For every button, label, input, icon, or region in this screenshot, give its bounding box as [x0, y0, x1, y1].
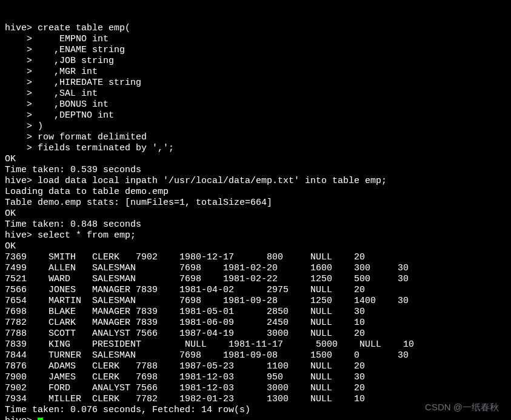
terminal-output[interactable]: hive> create table emp( > EMPNO int > ,E… [5, 23, 506, 420]
cursor [38, 418, 43, 420]
watermark: CSDN @一纸春秋 [425, 402, 499, 413]
